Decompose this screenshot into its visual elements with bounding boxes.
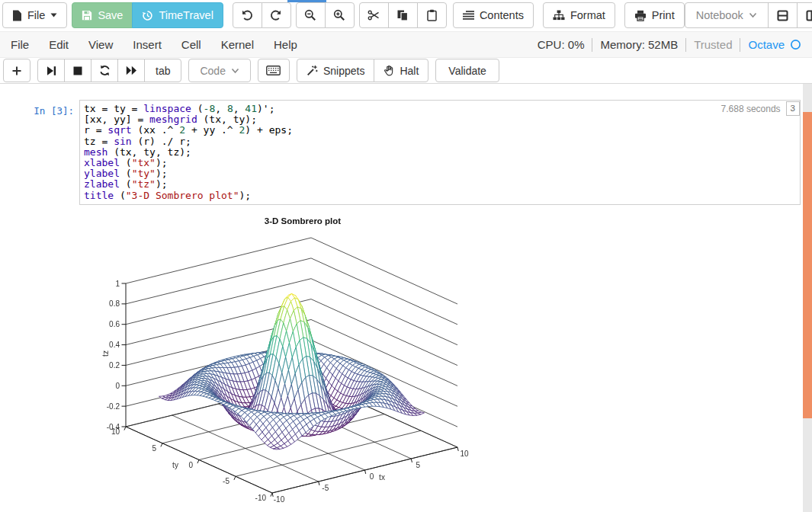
file-menu-label: File <box>27 9 45 21</box>
contents-button[interactable]: Contents <box>453 2 534 28</box>
cell-prompt: In [3]: <box>0 100 79 205</box>
status-divider <box>685 38 686 52</box>
history-icon <box>142 10 153 21</box>
floppy-icon <box>82 10 92 21</box>
zoom-in-icon <box>333 9 345 21</box>
menu-cell[interactable]: Cell <box>181 38 201 51</box>
tab-button-label: tab <box>156 65 170 77</box>
memory-status: Memory: 52MB <box>600 38 678 51</box>
menu-edit[interactable]: Edit <box>49 38 69 51</box>
split-columns-icon <box>806 10 812 21</box>
menubar: File Edit View Insert Cell Kernel Help C… <box>0 31 812 58</box>
cell-type-dropdown[interactable]: Code <box>188 59 250 82</box>
run-group: tab <box>37 59 181 82</box>
menu-insert[interactable]: Insert <box>133 38 162 51</box>
format-button[interactable]: Format <box>543 2 615 28</box>
cell-input[interactable]: 7.688 seconds 3 tx = ty = linspace (-8, … <box>79 100 801 205</box>
top-progress-indicator <box>287 0 326 2</box>
halt-button-label: Halt <box>400 65 419 77</box>
run-all-button[interactable] <box>117 59 145 82</box>
menu-file[interactable]: File <box>11 38 29 51</box>
notebook-area[interactable]: In [3]: 7.688 seconds 3 tx = ty = linspa… <box>0 84 812 512</box>
exec-time-label: 7.688 seconds <box>721 104 781 114</box>
hand-paper-icon <box>384 65 394 76</box>
sitemap-icon <box>553 10 565 21</box>
kernel-circle-icon <box>790 39 801 50</box>
menu-view[interactable]: View <box>88 38 113 51</box>
validate-button[interactable]: Validate <box>435 59 499 82</box>
timetravel-button[interactable]: TimeTravel <box>132 2 223 28</box>
scrollbar-track[interactable] <box>803 84 812 512</box>
menu-help[interactable]: Help <box>274 38 297 51</box>
format-button-label: Format <box>570 9 605 21</box>
caret-down-icon <box>231 68 239 74</box>
sombrero-plot-canvas <box>90 212 517 512</box>
split-columns-button[interactable] <box>797 2 812 28</box>
exec-count-badge: 3 <box>786 101 800 116</box>
code-cell: In [3]: 7.688 seconds 3 tx = ty = linspa… <box>0 100 812 205</box>
run-cell-button[interactable] <box>37 59 65 82</box>
execution-timing: 7.688 seconds 3 <box>721 101 800 116</box>
window-controls-group: Notebook <box>685 2 812 28</box>
trusted-badge: Trusted <box>694 38 732 51</box>
redo-button[interactable] <box>262 2 291 28</box>
undo-button[interactable] <box>233 2 262 28</box>
code-editor[interactable]: tx = ty = linspace (-8, 8, 41)';[xx, yy]… <box>80 101 800 204</box>
status-divider <box>592 38 592 52</box>
status-area: CPU: 0% Memory: 52MB Trusted Octave <box>538 38 801 52</box>
paste-button[interactable] <box>417 2 447 28</box>
split-rows-icon <box>777 10 788 21</box>
redo-icon <box>270 9 282 21</box>
notebook-view-label: Notebook <box>696 9 743 21</box>
snippets-button-label: Snippets <box>323 65 364 77</box>
save-button[interactable]: Save <box>72 2 133 28</box>
zoom-group <box>296 2 355 28</box>
print-button[interactable]: Print <box>624 2 685 28</box>
kernel-status[interactable]: Octave <box>748 38 801 51</box>
magic-wand-icon <box>307 65 318 76</box>
status-divider <box>740 38 740 52</box>
fast-forward-icon <box>126 66 137 75</box>
caret-down-icon <box>749 12 757 18</box>
copy-button[interactable] <box>388 2 418 28</box>
menu-kernel[interactable]: Kernel <box>221 38 254 51</box>
caret-down-icon <box>50 13 57 18</box>
save-button-label: Save <box>98 9 123 21</box>
validate-button-label: Validate <box>448 65 486 77</box>
copy-icon <box>396 9 409 21</box>
scissors-icon <box>367 9 380 21</box>
keyboard-icon <box>266 66 281 75</box>
file-icon <box>12 10 22 21</box>
zoom-out-button[interactable] <box>296 2 326 28</box>
stop-button[interactable] <box>64 59 91 82</box>
save-timetravel-group: Save TimeTravel <box>72 2 223 28</box>
undo-redo-group <box>233 2 291 28</box>
snippets-button[interactable]: Snippets <box>297 59 374 82</box>
split-rows-button[interactable] <box>768 2 798 28</box>
cpu-status: CPU: 0% <box>538 38 585 51</box>
keyboard-shortcuts-button[interactable] <box>258 59 290 82</box>
step-forward-icon <box>47 66 56 76</box>
cell-toolbar: tab Code Snippets Halt Validate <box>0 58 812 84</box>
file-menu-button[interactable]: File <box>2 2 67 28</box>
timetravel-button-label: TimeTravel <box>159 9 213 21</box>
main-toolbar: File Save TimeTravel <box>0 0 812 31</box>
tab-button[interactable]: tab <box>144 59 181 82</box>
scrollbar-thumb[interactable] <box>803 112 812 418</box>
halt-button[interactable]: Halt <box>374 59 428 82</box>
notebook-view-dropdown[interactable]: Notebook <box>685 2 769 28</box>
clipboard-group <box>359 2 447 28</box>
insert-cell-button[interactable] <box>3 59 30 82</box>
snippets-halt-group: Snippets Halt <box>297 59 428 82</box>
cut-button[interactable] <box>359 2 389 28</box>
printer-icon <box>634 10 647 21</box>
zoom-in-button[interactable] <box>325 2 355 28</box>
print-button-label: Print <box>652 9 675 21</box>
restart-kernel-button[interactable] <box>91 59 118 82</box>
contents-button-label: Contents <box>480 9 524 21</box>
plus-icon <box>11 66 22 76</box>
refresh-icon <box>99 65 111 76</box>
undo-icon <box>241 9 253 21</box>
zoom-out-icon <box>304 9 316 21</box>
cocalc-jupyter-app: File Save TimeTravel <box>0 0 812 512</box>
